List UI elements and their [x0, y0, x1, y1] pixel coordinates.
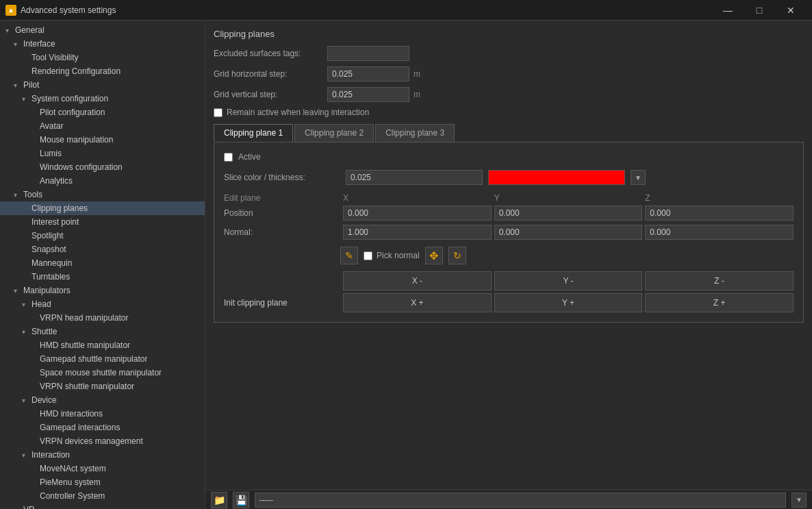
- sidebar-item-tools[interactable]: ▾ Tools: [0, 188, 205, 201]
- minimize-button[interactable]: —: [712, 0, 744, 21]
- sidebar-item-general[interactable]: ▾ General: [0, 23, 205, 37]
- sidebar-item-space-mouse-shuttle[interactable]: Space mouse shuttle manipulator: [0, 366, 205, 380]
- x-minus-button[interactable]: X -: [343, 271, 492, 290]
- x-header: X: [343, 193, 492, 203]
- sidebar-item-controller[interactable]: Controller System: [0, 489, 205, 503]
- sidebar-item-label: Spotlight: [31, 231, 64, 240]
- y-header: Y: [494, 193, 643, 203]
- grid-vertical-input[interactable]: [327, 87, 409, 102]
- sidebar-item-interface[interactable]: ▾ Interface: [0, 37, 205, 51]
- active-checkbox[interactable]: [224, 153, 233, 162]
- sidebar-item-movenact[interactable]: MoveNAct system: [0, 462, 205, 475]
- sidebar-item-mannequin[interactable]: Mannequin: [0, 256, 205, 270]
- edit-plane-header: Edit plane X Y Z: [224, 193, 794, 203]
- sidebar-item-vrpn-shuttle[interactable]: VRPN shuttle manipulator: [0, 380, 205, 393]
- sidebar-item-label: Snapshot: [31, 245, 66, 254]
- y-plus-button[interactable]: Y +: [494, 293, 643, 312]
- content-area: Clipping planes Excluded surfaces tags: …: [205, 21, 812, 490]
- grid-vertical-row: Grid vertical step: m: [214, 87, 804, 102]
- excluded-surfaces-input[interactable]: [327, 46, 409, 61]
- arrow-icon: ▾: [22, 451, 29, 459]
- sidebar-item-label: HMD shuttle manipulator: [40, 340, 130, 350]
- status-input[interactable]: [255, 493, 786, 508]
- grid-horizontal-input[interactable]: [327, 66, 409, 82]
- status-dropdown-button[interactable]: ▼: [791, 493, 807, 508]
- x-plus-button[interactable]: X +: [343, 293, 492, 312]
- sidebar-item-spotlight[interactable]: Spotlight: [0, 229, 205, 243]
- grid-horizontal-unit: m: [414, 69, 420, 79]
- sidebar-item-label: Analytics: [40, 176, 73, 186]
- sidebar-item-hmd-interactions[interactable]: HMD interactions: [0, 407, 205, 421]
- sidebar-item-vrpn-head[interactable]: VRPN head manipulator: [0, 311, 205, 325]
- sidebar-item-label: Shuttle: [31, 327, 57, 336]
- normal-x-input[interactable]: [343, 225, 492, 240]
- sidebar-item-interaction[interactable]: ▾ Interaction: [0, 448, 205, 462]
- grid-vertical-unit: m: [414, 90, 420, 99]
- sidebar-item-mouse-manipulation[interactable]: Mouse manipulation: [0, 133, 205, 147]
- sidebar-item-head[interactable]: ▾ Head: [0, 297, 205, 311]
- z-plus-button[interactable]: Z +: [645, 293, 794, 312]
- normal-z-input[interactable]: [645, 225, 794, 240]
- sidebar-item-label: Mouse manipulation: [40, 135, 113, 145]
- active-label: Active: [238, 152, 261, 162]
- tab-clipping-plane-2[interactable]: Clipping plane 2: [294, 124, 374, 142]
- sidebar-item-rendering-config[interactable]: Rendering Configuration: [0, 64, 205, 78]
- position-z-input[interactable]: [645, 206, 794, 221]
- sidebar-item-pilot-config[interactable]: Pilot configuration: [0, 105, 205, 119]
- sidebar-item-pilot[interactable]: ▾ Pilot: [0, 78, 205, 92]
- sidebar-item-analytics[interactable]: Analytics: [0, 174, 205, 188]
- y-minus-button[interactable]: Y -: [494, 271, 643, 290]
- position-y-input[interactable]: [494, 206, 643, 221]
- reset-icon: ↻: [453, 250, 461, 261]
- sidebar-item-avatar[interactable]: Avatar: [0, 119, 205, 133]
- move-button[interactable]: ✥: [425, 247, 443, 264]
- sidebar-item-label: Tool Visibility: [31, 53, 78, 62]
- arrow-icon: ▾: [14, 82, 21, 89]
- sidebar-item-gamepad-interactions[interactable]: Gamepad interactions: [0, 421, 205, 434]
- close-button[interactable]: ✕: [775, 0, 807, 21]
- sidebar-item-turntables[interactable]: Turntables: [0, 270, 205, 284]
- tab-clipping-plane-3[interactable]: Clipping plane 3: [375, 124, 455, 142]
- sidebar-item-device[interactable]: ▾ Device: [0, 393, 205, 407]
- sidebar-item-label: VRPN devices management: [40, 436, 143, 446]
- sidebar-item-vr[interactable]: ▾ VR: [0, 503, 205, 509]
- tab-clipping-plane-1[interactable]: Clipping plane 1: [214, 124, 293, 142]
- sidebar-item-tool-visibility[interactable]: Tool Visibility: [0, 51, 205, 64]
- color-swatch[interactable]: [488, 170, 625, 185]
- z-minus-button[interactable]: Z -: [645, 271, 794, 290]
- maximize-button[interactable]: □: [744, 0, 775, 21]
- sidebar-item-gamepad-shuttle[interactable]: Gamepad shuttle manipulator: [0, 352, 205, 366]
- sidebar-item-clipping-planes[interactable]: Clipping planes: [0, 201, 205, 215]
- sidebar-item-system-config[interactable]: ▾ System configuration: [0, 92, 205, 105]
- sidebar-item-lumis[interactable]: Lumis: [0, 147, 205, 160]
- eyedropper-button[interactable]: ✎: [340, 247, 358, 264]
- position-x-input[interactable]: [343, 206, 492, 221]
- normal-y-input[interactable]: [494, 225, 643, 240]
- init-clipping-label-2: Init clipping plane: [224, 298, 340, 308]
- grid-vertical-label: Grid vertical step:: [214, 90, 323, 99]
- sidebar-item-windows-config[interactable]: Windows configuration: [0, 160, 205, 174]
- save-button[interactable]: 💾: [233, 492, 249, 508]
- sidebar-item-shuttle[interactable]: ▾ Shuttle: [0, 325, 205, 338]
- sidebar-item-manipulators[interactable]: ▾ Manipulators: [0, 284, 205, 297]
- tab-panel: Active Slice color / thickness: ▼ Edit p…: [214, 142, 804, 323]
- sidebar-item-label: Controller System: [40, 491, 105, 501]
- sidebar-item-snapshot[interactable]: Snapshot: [0, 243, 205, 256]
- section-title: Clipping planes: [214, 29, 804, 39]
- eyedropper-icon: ✎: [345, 250, 353, 261]
- sidebar-item-piemenu[interactable]: PieMenu system: [0, 475, 205, 489]
- excluded-surfaces-label: Excluded surfaces tags:: [214, 49, 323, 58]
- sidebar-item-label: Gamepad interactions: [40, 423, 120, 432]
- slice-input[interactable]: [346, 170, 483, 185]
- arrow-icon: ▾: [22, 301, 29, 308]
- reset-button[interactable]: ↻: [448, 247, 466, 264]
- sidebar-item-vrpn-devices[interactable]: VRPN devices management: [0, 434, 205, 448]
- remain-active-checkbox[interactable]: [214, 108, 223, 117]
- sidebar-item-label: Rendering Configuration: [31, 66, 120, 76]
- normal-label: Normal:: [224, 227, 340, 237]
- folder-button[interactable]: 📁: [211, 492, 227, 508]
- sidebar-item-hmd-shuttle[interactable]: HMD shuttle manipulator: [0, 338, 205, 352]
- pick-normal-checkbox[interactable]: [364, 251, 372, 260]
- sidebar-item-interest-point[interactable]: Interest point: [0, 215, 205, 229]
- color-dropdown-button[interactable]: ▼: [631, 170, 646, 185]
